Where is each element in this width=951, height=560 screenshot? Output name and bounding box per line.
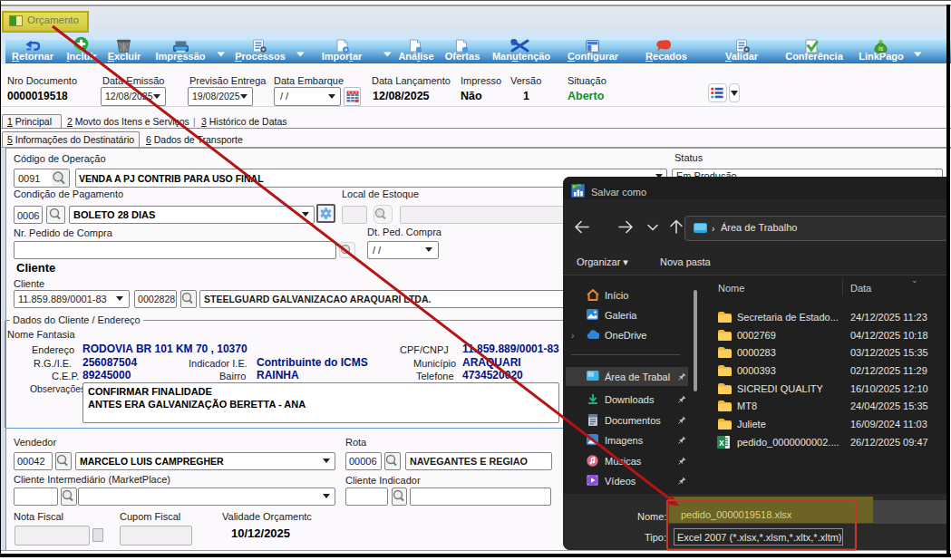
svg-text:X: X	[719, 439, 724, 448]
